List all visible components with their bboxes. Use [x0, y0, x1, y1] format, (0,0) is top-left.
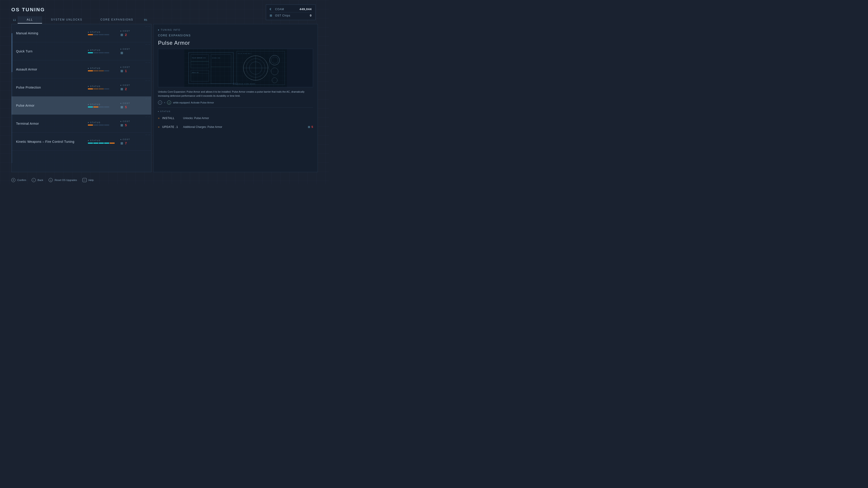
cost-icon: ⊞: [121, 87, 123, 91]
bar-4: [104, 88, 109, 90]
status-bars: [88, 142, 115, 144]
item-corner-tr: — —: [146, 133, 150, 135]
list-item[interactable]: — — Pulse Protection STATUS COST: [11, 78, 151, 96]
cost-block: COST ⊞ 5: [121, 120, 148, 127]
item-name-quick-turn: Quick Turn: [16, 50, 88, 53]
status-block: STATUS: [88, 121, 115, 126]
status-cost-section: STATUS COST ⊞ 5: [88, 120, 148, 127]
cost-row: ⊞ 1: [121, 69, 148, 73]
bar-2: [93, 52, 98, 53]
item-corner-tr: — —: [146, 61, 150, 63]
upgrade-arrow-install: »: [158, 117, 160, 120]
status-label: STATUS: [88, 85, 115, 88]
bar-1: [88, 125, 93, 126]
list-item[interactable]: — — Manual Aiming STATUS COST: [11, 24, 151, 42]
cost-row: ⊞ 5: [121, 123, 148, 127]
tuning-info-label: TUNING INFO: [158, 29, 313, 31]
tab-all[interactable]: ALL: [18, 16, 42, 24]
bar-3: [99, 70, 104, 71]
status-block: STATUS: [88, 85, 115, 90]
status-block: STATUS: [88, 49, 115, 53]
reset-btn-icon[interactable]: △: [49, 178, 53, 182]
upgrade-desc-update: Additional Charges: Pulse Armor: [183, 125, 305, 129]
cost-value: 5: [125, 123, 127, 127]
bar-1: [88, 142, 93, 144]
bar-2: [93, 88, 98, 90]
status-bars: [88, 125, 115, 126]
upgrade-arrow-update: »: [158, 125, 160, 129]
bar-3: [99, 125, 104, 126]
status-cost-section: STATUS COST ⊞ 5: [88, 102, 148, 109]
bar-3: [99, 52, 104, 53]
svg-text:SYS_ID: PA-002 REV.3: SYS_ID: PA-002 REV.3: [238, 53, 251, 55]
tab-core-expansions[interactable]: CORE EXPANSIONS: [91, 16, 142, 24]
status-bars: [88, 52, 115, 53]
status-label: STATUS: [88, 49, 115, 51]
upgrade-row-install: » INSTALL Unlocks: Pulse Armor: [158, 115, 313, 121]
tab-nav-right[interactable]: R1: [142, 16, 149, 24]
schematic-svg: PULSE BARRIER SYS MODULE 002 DEFENSE COR…: [158, 49, 313, 87]
list-item[interactable]: — — Assault Armor STATUS COST: [11, 60, 151, 78]
cost-row: ⊞ 2: [121, 33, 148, 37]
svg-text:MODULE 002: MODULE 002: [192, 72, 199, 73]
tab-nav-left[interactable]: L1: [11, 16, 18, 24]
item-name-manual-aiming: Manual Aiming: [16, 31, 88, 35]
list-item-selected[interactable]: — — Pulse Armor STATUS COST: [11, 96, 151, 115]
tab-system-unlocks[interactable]: SYSTEM UNLOCKS: [42, 16, 92, 24]
bar-4: [104, 52, 109, 53]
cost-value: 5: [125, 105, 127, 109]
bar-2: [93, 142, 98, 144]
status-label: STATUS: [88, 103, 115, 105]
bar-3: [99, 88, 104, 90]
list-item[interactable]: — — Quick Turn STATUS COST: [11, 42, 151, 60]
status-cost-section: STATUS COST ⊞ 2: [88, 30, 148, 37]
hint-back: ○ :Back: [32, 178, 43, 182]
status-label: STATUS: [88, 139, 115, 142]
button-hint: ○ + △ while equipped: Activate Pulse Arm…: [158, 101, 313, 105]
bar-4: [104, 70, 109, 71]
cost-block: COST ⊞ 5: [121, 102, 148, 109]
back-btn-icon[interactable]: ○: [32, 178, 36, 182]
cost-block: COST ⊞ 1: [121, 66, 148, 73]
upgrade-cost-icon: ⊞: [308, 125, 310, 129]
confirm-label: :Confirm: [17, 179, 26, 182]
item-name-pulse-protection: Pulse Protection: [16, 86, 88, 89]
list-item[interactable]: — — Kinetic Weapons – Fire Control Tunin…: [11, 133, 151, 151]
bar-2: [93, 106, 98, 107]
info-title: Pulse Armor: [158, 40, 313, 46]
bar-5: [110, 142, 115, 144]
info-panel: TUNING INFO CORE EXPANSIONS Pulse Armor: [153, 24, 318, 172]
bar-3: [99, 142, 104, 144]
item-name-kinetic: Kinetic Weapons – Fire Control Tuning: [16, 140, 88, 143]
status-label: STATUS: [88, 121, 115, 124]
status-label: STATUS: [88, 67, 115, 69]
cost-icon: ⊞: [121, 51, 123, 55]
bar-1: [88, 106, 93, 107]
status-block: STATUS: [88, 103, 115, 107]
upgrade-label-install: INSTALL: [162, 117, 180, 120]
button-hint-text: while equipped: Activate Pulse Armor: [173, 101, 214, 104]
cost-row: ⊞: [121, 51, 148, 55]
cost-icon: ⊞: [121, 33, 123, 37]
bar-4: [104, 34, 109, 35]
list-item[interactable]: — — Terminal Armor STATUS COST: [11, 115, 151, 133]
status-cost-section: STATUS COST ⊞: [88, 48, 148, 55]
help-btn-icon[interactable]: □: [83, 178, 87, 182]
bar-2: [93, 70, 98, 71]
item-name-assault-armor: Assault Armor: [16, 68, 88, 71]
confirm-btn-icon[interactable]: ✕: [11, 178, 16, 182]
list-panel[interactable]: — — Manual Aiming STATUS COST: [11, 24, 151, 172]
cost-row: ⊞ 7: [121, 141, 148, 145]
reset-label: :Reset OS Upgrades: [54, 179, 77, 182]
status-section-label: STATUS: [158, 110, 313, 112]
cost-value: 2: [125, 87, 127, 91]
cost-label: COST: [121, 102, 148, 104]
item-corner-tr: — —: [146, 97, 150, 99]
help-label: :Help: [88, 179, 94, 182]
cost-value: 2: [125, 33, 127, 37]
cost-block: COST ⊞: [121, 48, 148, 55]
svg-text:01001100 10110001 00110101: 01001100 10110001 00110101: [238, 83, 255, 85]
cost-label: COST: [121, 84, 148, 86]
item-corner-tr: — —: [146, 43, 150, 45]
status-bars: [88, 106, 115, 107]
